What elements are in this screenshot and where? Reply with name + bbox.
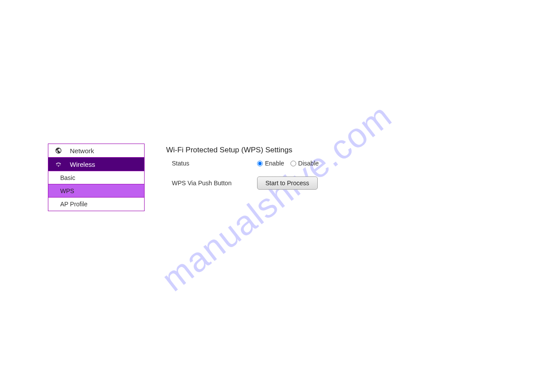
sidebar-subitem-label: WPS xyxy=(60,187,74,194)
push-button-label: WPS Via Push Button xyxy=(166,180,257,187)
status-radio-group: Enable Disable xyxy=(257,160,319,167)
status-label: Status xyxy=(166,160,257,167)
radio-disable-input[interactable] xyxy=(290,161,296,166)
sidebar-subitem-label: AP Profile xyxy=(60,201,87,208)
status-row: Status Enable Disable xyxy=(166,160,319,167)
radio-disable-label: Disable xyxy=(298,160,319,167)
sidebar-item-label: Network xyxy=(70,147,94,155)
push-button-row: WPS Via Push Button Start to Process xyxy=(166,176,319,190)
radio-enable-input[interactable] xyxy=(257,161,263,166)
sidebar-item-wireless[interactable]: Wireless xyxy=(48,158,144,171)
wifi-icon xyxy=(54,160,62,168)
sidebar-subitem-wps[interactable]: WPS xyxy=(48,184,144,198)
page-title: Wi-Fi Protected Setup (WPS) Settings xyxy=(166,146,319,155)
radio-enable-label: Enable xyxy=(265,160,284,167)
globe-icon xyxy=(54,147,62,155)
sidebar-subitem-ap-profile[interactable]: AP Profile xyxy=(48,198,144,211)
sidebar-item-network[interactable]: Network xyxy=(48,144,144,158)
sidebar: Network Wireless Basic WPS AP Profile xyxy=(48,144,145,211)
sidebar-item-label: Wireless xyxy=(70,161,95,168)
radio-disable[interactable]: Disable xyxy=(290,160,319,167)
content-area: Wi-Fi Protected Setup (WPS) Settings Sta… xyxy=(166,146,319,199)
radio-enable[interactable]: Enable xyxy=(257,160,284,167)
sidebar-subitem-label: Basic xyxy=(60,174,75,181)
start-process-button[interactable]: Start to Process xyxy=(257,176,318,190)
sidebar-subitem-basic[interactable]: Basic xyxy=(48,171,144,184)
